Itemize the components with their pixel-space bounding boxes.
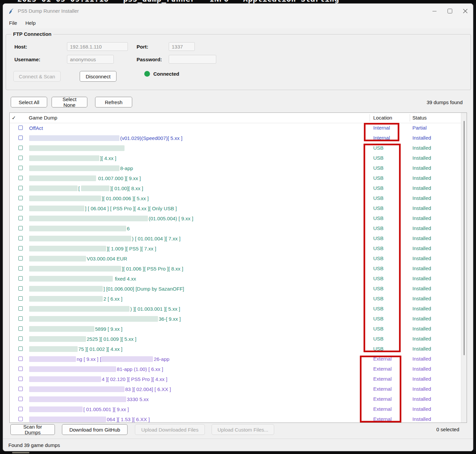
row-checkbox[interactable] xyxy=(18,357,23,361)
row-checkbox[interactable] xyxy=(18,246,23,250)
download-from-github-button[interactable]: Download from GitHub xyxy=(62,424,128,435)
minimize-button[interactable] xyxy=(427,4,442,18)
game-name-fragment: 064 ][ 1.53 ][ 6.XX ] xyxy=(107,417,150,422)
row-checkbox[interactable] xyxy=(18,216,23,220)
row-checkbox[interactable] xyxy=(18,256,23,260)
row-checkbox[interactable] xyxy=(18,226,23,230)
scan-for-dumps-button[interactable]: Scan for Dumps xyxy=(10,424,55,435)
host-label: Host: xyxy=(14,44,27,50)
game-name-fragment: 2 [ 6.xx ] xyxy=(103,296,123,302)
game-name-fragment: 75 ][ 01.002 ][ 4.xx ] xyxy=(78,346,123,352)
row-checkbox[interactable] xyxy=(18,367,23,371)
game-dump-cell: fixed 4.xx xyxy=(29,274,136,284)
row-checkbox[interactable] xyxy=(18,316,23,321)
disconnect-button[interactable]: Disconnect xyxy=(80,71,116,82)
game-name-fragment: 36-[ 9.xx ] xyxy=(159,316,181,322)
game-name-fragment: [ 01.005.001 ][ 9.xx ] xyxy=(83,406,129,412)
select-none-button[interactable]: Select None xyxy=(52,97,87,107)
header-location[interactable]: Location xyxy=(373,115,392,121)
row-checkbox[interactable] xyxy=(18,136,23,140)
row-checkbox[interactable] xyxy=(18,176,23,180)
status-cell: Installed xyxy=(412,225,431,231)
header-separator xyxy=(410,114,410,122)
dumps-found-label: 39 dumps found xyxy=(426,99,463,105)
port-label: Port: xyxy=(137,44,148,50)
table-scrollbar[interactable] xyxy=(461,113,467,423)
row-checkbox[interactable] xyxy=(18,266,23,271)
redacted-game-name xyxy=(29,376,101,382)
close-button[interactable] xyxy=(458,4,473,18)
statusbar-divider xyxy=(3,439,473,439)
host-input[interactable] xyxy=(67,42,128,51)
row-checkbox[interactable] xyxy=(18,156,23,160)
row-checkbox[interactable] xyxy=(18,296,23,301)
upload-custom-files-button[interactable]: Upload Custom Files... xyxy=(212,424,274,435)
window-title: PS5 Dump Runner Installer xyxy=(18,8,79,14)
header-game-dump[interactable]: Game Dump xyxy=(29,115,57,121)
password-input[interactable] xyxy=(169,55,216,64)
row-checkbox[interactable] xyxy=(18,236,23,240)
menu-file[interactable]: File xyxy=(6,18,20,27)
game-name-fragment: 2525 ][ 01.009 ][ 5.xx ] xyxy=(87,336,136,342)
game-name-fragment: V03.000.004 EUR xyxy=(87,256,127,261)
maximize-button[interactable] xyxy=(442,4,458,18)
game-dump-cell: 01.007.000 ][ 9.xx ] xyxy=(29,173,141,183)
redacted-game-name xyxy=(29,236,131,241)
row-checkbox[interactable] xyxy=(18,146,23,150)
row-checkbox[interactable] xyxy=(18,347,23,351)
row-checkbox[interactable] xyxy=(18,276,23,281)
terminal-background: 2025-01-05 09:11:18 - ps5_dump_runner - … xyxy=(0,0,476,3)
port-input[interactable] xyxy=(169,42,195,51)
row-checkbox[interactable] xyxy=(18,397,23,401)
row-checkbox[interactable] xyxy=(18,196,23,200)
row-checkbox[interactable] xyxy=(18,417,23,421)
header-check-column[interactable]: ✓ xyxy=(12,115,16,121)
redacted-game-name xyxy=(29,246,106,251)
row-checkbox[interactable] xyxy=(18,286,23,291)
status-cell: Installed xyxy=(412,205,431,211)
status-cell: Installed xyxy=(412,296,431,301)
menu-help[interactable]: Help xyxy=(22,18,39,27)
game-name-fragment: 5899 [ 9.xx ] xyxy=(95,326,123,332)
game-dump-cell: 75 ][ 01.002 ][ 4.xx ] xyxy=(29,344,123,354)
upload-downloaded-files-button[interactable]: Upload Downloaded Files xyxy=(135,424,205,435)
game-dump-cell: 3330 5.xx xyxy=(29,394,149,404)
row-checkbox[interactable] xyxy=(18,126,23,130)
row-checkbox[interactable] xyxy=(18,326,23,331)
row-checkbox[interactable] xyxy=(18,166,23,170)
redacted-game-name xyxy=(29,266,121,272)
select-all-button[interactable]: Select All xyxy=(11,97,47,107)
game-name-fragment: (v01.029)(Speed007)[ 5.xx ] xyxy=(120,135,182,141)
header-status[interactable]: Status xyxy=(412,115,427,121)
connect-scan-button[interactable]: Connect & Scan xyxy=(13,71,61,82)
menu-bar: File Help xyxy=(3,18,473,28)
status-cell: Installed xyxy=(412,316,431,321)
game-name-fragment: 8-app xyxy=(120,165,133,171)
redacted-game-name xyxy=(29,145,125,151)
ftp-group-title: FTP Connection xyxy=(11,31,53,37)
status-cell: Installed xyxy=(412,306,431,311)
redacted-game-name xyxy=(81,185,109,191)
password-label: Password: xyxy=(137,57,162,62)
refresh-button[interactable]: Refresh xyxy=(95,97,132,107)
terminal-log-line: 2025-01-05 09:11:18 - ps5_dump_runner - … xyxy=(17,0,339,3)
game-dump-cell: 064 ][ 1.53 ][ 6.XX ] xyxy=(29,414,150,423)
row-checkbox[interactable] xyxy=(18,336,23,341)
row-checkbox[interactable] xyxy=(18,407,23,411)
scrollbar-thumb[interactable] xyxy=(464,121,465,355)
game-dump-cell: 81-app (1.00) [ 6.xx ] xyxy=(29,364,163,374)
row-checkbox[interactable] xyxy=(18,186,23,190)
game-dump-cell: ][ 01.006 ][ PS5 Pro ][ 8.xx ] xyxy=(29,263,183,274)
status-cell: Installed xyxy=(412,356,431,362)
external-location-highlight xyxy=(360,356,401,423)
redacted-game-name xyxy=(29,216,148,221)
row-checkbox[interactable] xyxy=(18,206,23,210)
row-checkbox[interactable] xyxy=(18,387,23,391)
row-checkbox[interactable] xyxy=(18,377,23,381)
status-cell: Installed xyxy=(412,416,431,422)
row-checkbox[interactable] xyxy=(18,306,23,311)
username-input[interactable] xyxy=(67,55,114,64)
app-window: PS5 Dump Runner Installer File Help FTP … xyxy=(3,3,473,451)
game-name-fragment: 26-app xyxy=(154,356,169,362)
redacted-game-name xyxy=(29,165,120,171)
